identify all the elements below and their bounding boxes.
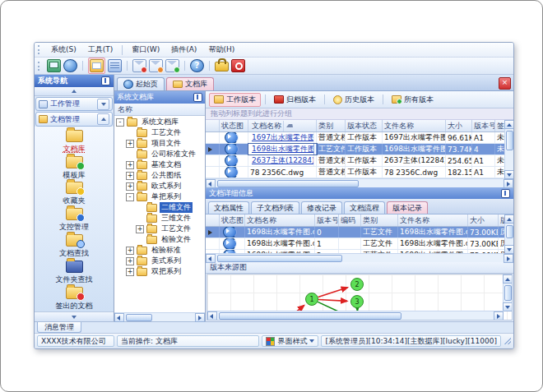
column-header-vstate[interactable]: 版本状态 bbox=[346, 120, 383, 131]
scroll-thumb[interactable] bbox=[217, 255, 342, 262]
tab-doc-properties[interactable]: 文档属性 bbox=[208, 201, 249, 214]
tree-item[interactable]: +美式系列 bbox=[114, 256, 205, 266]
column-header-status[interactable]: 状态图 bbox=[220, 120, 248, 131]
help-icon[interactable]: ? bbox=[190, 59, 204, 72]
scroll-down-button[interactable] bbox=[504, 245, 514, 254]
sidebar-item-document-library[interactable]: 文档库 bbox=[35, 129, 114, 155]
tree-item-selected[interactable]: 二维文件 bbox=[114, 202, 205, 213]
scroll-thumb[interactable] bbox=[504, 285, 512, 301]
graph-vertical-scrollbar[interactable] bbox=[503, 274, 512, 311]
tree-expander[interactable]: + bbox=[126, 268, 134, 276]
menu-system[interactable]: 系统(S) bbox=[46, 44, 81, 56]
tree-item[interactable]: +检验标准 bbox=[114, 245, 205, 256]
mail-delete-icon[interactable] bbox=[132, 59, 146, 72]
tab-doc-flow[interactable]: 文档流程 bbox=[344, 201, 385, 214]
tree-item[interactable]: +双把系列 bbox=[114, 266, 205, 277]
scroll-up-button[interactable] bbox=[503, 274, 513, 284]
exit-icon[interactable] bbox=[231, 59, 245, 72]
tree-item[interactable]: +公共图纸 bbox=[114, 170, 205, 181]
tree-column-header[interactable]: 名称 bbox=[114, 104, 205, 116]
tree-horizontal-scrollbar[interactable] bbox=[114, 312, 205, 321]
work-version-button[interactable]: 工作版本 bbox=[209, 93, 261, 107]
sidebar-item-template-library[interactable]: 模板库 bbox=[35, 155, 114, 182]
scroll-up-button[interactable] bbox=[504, 120, 514, 129]
column-header-version[interactable]: 版本号 bbox=[472, 120, 495, 131]
tree-item[interactable]: +工艺文件 bbox=[114, 224, 205, 234]
tree-item[interactable]: +欧式系列 bbox=[114, 181, 205, 191]
history-version-button[interactable]: 历史版本 bbox=[329, 94, 378, 106]
pin-icon[interactable] bbox=[193, 93, 202, 102]
column-header-filename[interactable]: 文件名称 bbox=[398, 214, 468, 226]
schedule-icon[interactable] bbox=[108, 59, 122, 72]
tree-item[interactable]: 工艺文件 bbox=[114, 127, 205, 138]
computer-icon[interactable] bbox=[47, 59, 61, 72]
scroll-right-button[interactable] bbox=[504, 254, 513, 263]
column-header-docname[interactable]: 文档名称 bbox=[245, 214, 315, 226]
column-header-size[interactable]: 大小 bbox=[468, 214, 499, 226]
table-row[interactable]: 1698出水嘴零件图.dwg 2 工艺文件 1698出水嘴零件图.dwg 73.… bbox=[206, 250, 513, 253]
tree-expander[interactable]: + bbox=[126, 140, 134, 148]
scroll-down-button[interactable] bbox=[503, 302, 513, 311]
grid-horizontal-scrollbar[interactable] bbox=[206, 253, 513, 262]
collapse-button[interactable] bbox=[97, 113, 109, 125]
menu-window[interactable]: 窗口(W) bbox=[127, 44, 165, 56]
grid-vertical-scrollbar[interactable] bbox=[504, 120, 513, 179]
tree-item[interactable]: -单把系列 bbox=[114, 191, 205, 202]
tree-item[interactable]: -系统文档库 bbox=[114, 117, 205, 127]
tree-expander[interactable]: + bbox=[126, 182, 134, 191]
document-link[interactable]: 1697出水嘴零件图.dwg bbox=[250, 132, 314, 143]
tree-expander[interactable]: - bbox=[126, 193, 134, 201]
column-header-filename[interactable]: 文件名称 bbox=[383, 120, 446, 131]
resize-grip[interactable] bbox=[504, 338, 511, 344]
tree-item[interactable]: 三维文件 bbox=[114, 213, 205, 224]
graph-horizontal-scrollbar[interactable] bbox=[207, 311, 504, 320]
sidebar-item-favorites[interactable]: 收藏夹 bbox=[35, 181, 114, 207]
document-link[interactable]: 2637主体(12284).dwg bbox=[250, 155, 314, 166]
column-header-docname[interactable]: 文档名称 bbox=[248, 120, 317, 131]
pin-icon[interactable] bbox=[101, 76, 110, 85]
sidebar-collapse-strip[interactable] bbox=[35, 87, 114, 96]
folder-window-button[interactable] bbox=[88, 58, 105, 74]
scroll-thumb[interactable] bbox=[506, 131, 513, 150]
grid-vertical-scrollbar[interactable] bbox=[504, 214, 513, 254]
column-header-version[interactable]: 版本号 bbox=[315, 214, 339, 226]
column-header-size[interactable]: 大小 bbox=[446, 120, 472, 131]
sidebar-group-work[interactable]: 工作管理 bbox=[35, 97, 113, 111]
sidebar-group-doc[interactable]: 文档管理 bbox=[35, 112, 113, 126]
tree-expander[interactable]: + bbox=[126, 161, 134, 169]
table-row-selected[interactable]: 1698出水嘴零件图.dwg 0 工艺文件 1698出水嘴零件图.dwg 73.… bbox=[206, 227, 513, 238]
tab-message-management[interactable]: 消息管理 bbox=[37, 322, 81, 333]
sidebar-item-doc-control[interactable]: 文控管理 bbox=[35, 207, 114, 233]
grid-horizontal-scrollbar[interactable] bbox=[206, 178, 513, 187]
table-row-selected[interactable]: 1698出水嘴零件图.dwg 工艺文件 工作版本 1698出水嘴零件图.dwg … bbox=[206, 144, 513, 155]
close-icon[interactable]: × bbox=[499, 77, 511, 90]
table-row[interactable]: 78 2356C.dwg 普通文档 工作版本 78 2356C.dwg 182.… bbox=[206, 167, 513, 178]
tab-start-page[interactable]: 起始页 bbox=[117, 77, 165, 90]
toolbar-grip[interactable] bbox=[38, 45, 42, 54]
menu-help[interactable]: 帮助(H) bbox=[203, 44, 239, 56]
sidebar-overflow-strip[interactable] bbox=[35, 311, 114, 321]
sidebar-item-doc-search[interactable]: 文档查找 bbox=[35, 233, 114, 260]
scroll-up-button[interactable] bbox=[504, 214, 514, 224]
scroll-left-button[interactable] bbox=[114, 313, 124, 322]
tab-modification-records[interactable]: 修改记录 bbox=[301, 201, 342, 214]
tree-item[interactable]: 公司标准文件 bbox=[114, 149, 205, 159]
archive-version-button[interactable]: 归档版本 bbox=[270, 94, 320, 106]
scroll-thumb[interactable] bbox=[126, 314, 152, 321]
sidebar-item-folder-search[interactable]: 文件夹查找 bbox=[35, 260, 114, 286]
scroll-right-button[interactable] bbox=[494, 311, 504, 321]
interface-style-dropdown[interactable]: 界面样式 bbox=[262, 335, 318, 347]
mail-receive-icon[interactable] bbox=[165, 59, 179, 72]
tree-item[interactable]: 检验文件 bbox=[114, 234, 205, 245]
tree-expander[interactable]: - bbox=[116, 118, 124, 127]
column-header-status[interactable]: 状态图 bbox=[220, 214, 245, 226]
tree-expander[interactable]: + bbox=[126, 257, 134, 265]
tree-expander[interactable]: + bbox=[126, 247, 134, 255]
toolbar-grip[interactable] bbox=[38, 62, 42, 71]
column-header-category[interactable]: 类别 bbox=[361, 214, 398, 226]
all-versions-button[interactable]: 所有版本 bbox=[388, 94, 438, 106]
mail-send-icon[interactable] bbox=[149, 59, 163, 72]
tree-expander[interactable]: + bbox=[136, 225, 144, 233]
menu-tools[interactable]: 工具(T) bbox=[83, 44, 118, 56]
expand-button[interactable] bbox=[97, 99, 109, 110]
